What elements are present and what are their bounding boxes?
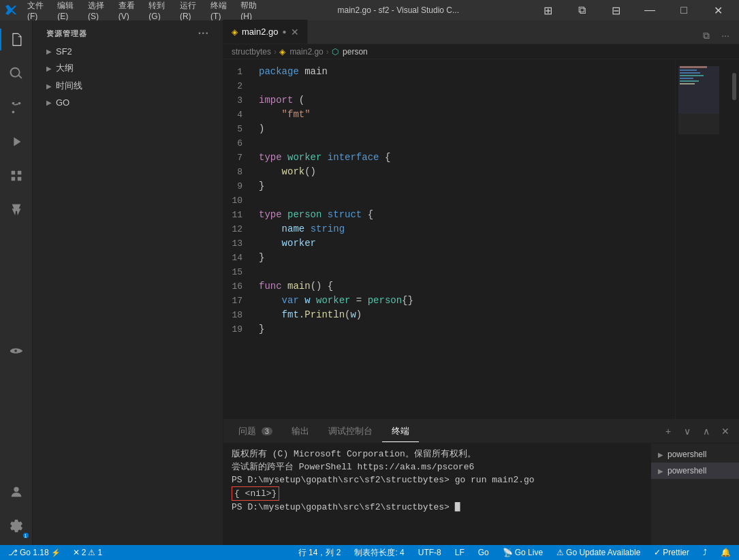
svg-point-3 bbox=[14, 487, 18, 492]
panel-tab-end: + ∨ ∧ ✕ bbox=[660, 423, 734, 439]
layout-icon[interactable]: ⊞ bbox=[532, 0, 563, 20]
panel-tab-problems[interactable]: 问题 3 bbox=[229, 421, 282, 442]
prettier-status[interactable]: ✓ Prettier bbox=[651, 548, 692, 557]
terminal-dropdown-button[interactable]: ∨ bbox=[679, 423, 695, 439]
chevron-right-icon: ▶ bbox=[46, 82, 52, 90]
title-bar: 文件(F) 编辑(E) 选择(S) 查看(V) 转到(G) 运行(R) 终端(T… bbox=[0, 0, 739, 20]
panel-tab-terminal[interactable]: 终端 bbox=[382, 421, 419, 442]
sidebar-item-go-label: GO bbox=[56, 97, 69, 108]
bell-icon: 🔔 bbox=[721, 548, 731, 557]
run-debug-icon[interactable] bbox=[0, 125, 33, 158]
more-actions-button[interactable]: ··· bbox=[717, 27, 734, 44]
line-ending-status[interactable]: LF bbox=[452, 548, 467, 557]
grid-icon[interactable]: ⊟ bbox=[600, 0, 631, 20]
line-number-2: 2 bbox=[229, 79, 242, 93]
settings-icon[interactable]: 1 bbox=[0, 510, 33, 542]
sidebar-item-timeline[interactable]: ▶ 时间线 bbox=[33, 77, 223, 95]
terminal-item-2[interactable]: ▶ powershell bbox=[651, 463, 739, 479]
go-update-status[interactable]: ⚠ Go Update Available bbox=[554, 548, 643, 557]
maximize-panel-button[interactable]: ∧ bbox=[698, 423, 714, 439]
source-control-icon[interactable] bbox=[0, 91, 33, 124]
code-line-5: ) bbox=[259, 122, 675, 136]
close-button[interactable]: ✕ bbox=[702, 0, 734, 20]
code-line-19: } bbox=[259, 322, 675, 337]
terminal-item-1[interactable]: ▶ powershell bbox=[651, 446, 739, 463]
extensions-icon[interactable] bbox=[0, 159, 33, 192]
terminal-line: PS D:\mysetup\gopath\src\sf2\structbytes… bbox=[232, 473, 642, 486]
warning-icon: ⚠ bbox=[88, 548, 95, 557]
code-line-13: worker bbox=[259, 236, 675, 251]
search-icon[interactable] bbox=[0, 57, 33, 90]
code-line-16: func main() { bbox=[259, 279, 675, 294]
maximize-button[interactable]: □ bbox=[668, 0, 699, 20]
encoding-status[interactable]: UTF-8 bbox=[415, 548, 444, 557]
menu-help[interactable]: 帮助(H) bbox=[235, 0, 264, 22]
tab-end-buttons: ⧉ ··· bbox=[698, 27, 739, 44]
minimap bbox=[675, 59, 729, 419]
code-content[interactable]: package main import ( "fmt") type worker… bbox=[251, 59, 675, 419]
code-line-6 bbox=[259, 136, 675, 151]
menu-bar: 文件(F) 编辑(E) 选择(S) 查看(V) 转到(G) 运行(R) 终端(T… bbox=[22, 0, 265, 22]
sidebar-item-sf2[interactable]: ▶ SF2 bbox=[33, 44, 223, 59]
editor-tab-main2go[interactable]: ◈ main2.go ● ✕ bbox=[223, 20, 308, 44]
split-icon[interactable]: ⧉ bbox=[566, 0, 597, 20]
line-number-6: 6 bbox=[229, 136, 242, 151]
line-number-12: 12 bbox=[229, 222, 242, 236]
breadcrumb-symbol[interactable]: ⬡ person bbox=[332, 47, 368, 57]
svg-point-0 bbox=[12, 102, 14, 105]
split-editor-button[interactable]: ⧉ bbox=[698, 27, 714, 44]
title-bar-left: 文件(F) 编辑(E) 选择(S) 查看(V) 转到(G) 运行(R) 终端(T… bbox=[5, 0, 265, 22]
scrollbar-thumb[interactable] bbox=[732, 73, 736, 100]
menu-edit[interactable]: 编辑(E) bbox=[52, 0, 81, 22]
menu-run[interactable]: 运行(R) bbox=[174, 0, 204, 22]
code-line-15 bbox=[259, 265, 675, 279]
chevron-right-icon: ▶ bbox=[46, 65, 52, 72]
docker-icon[interactable] bbox=[0, 335, 33, 367]
editor-terminal-split: 12345678910111213141516171819 package ma… bbox=[223, 59, 739, 545]
code-line-14: } bbox=[259, 251, 675, 265]
bell-icon-status[interactable]: 🔔 bbox=[718, 548, 734, 557]
tab-size-status[interactable]: 制表符长度: 4 bbox=[351, 547, 407, 559]
line-col-status[interactable]: 行 14，列 2 bbox=[296, 547, 344, 559]
menu-goto[interactable]: 转到(G) bbox=[143, 0, 173, 22]
sidebar-item-timeline-label: 时间线 bbox=[56, 80, 82, 92]
code-editor[interactable]: 12345678910111213141516171819 package ma… bbox=[223, 59, 675, 419]
panel-tab-output[interactable]: 输出 bbox=[282, 421, 319, 442]
terminal-content[interactable]: 版权所有 (C) Microsoft Corporation。保留所有权利。 尝… bbox=[223, 444, 650, 545]
code-line-18: fmt.Println(w) bbox=[259, 308, 675, 322]
explorer-icon[interactable] bbox=[0, 23, 33, 56]
code-line-7: type worker interface { bbox=[259, 151, 675, 165]
menu-selection[interactable]: 选择(S) bbox=[82, 0, 112, 22]
code-area: 12345678910111213141516171819 package ma… bbox=[223, 59, 739, 419]
editor-scrollbar[interactable] bbox=[729, 59, 739, 419]
terminal-nil-line: { <nil>} bbox=[232, 486, 642, 501]
tab-close-button[interactable]: ✕ bbox=[291, 27, 299, 37]
problems-badge: 3 bbox=[262, 427, 272, 435]
language-status[interactable]: Go bbox=[475, 548, 492, 557]
menu-file[interactable]: 文件(F) bbox=[22, 0, 50, 22]
git-branch-status[interactable]: ⎇ Go 1.18 ⚡ bbox=[5, 548, 63, 557]
breadcrumb-file[interactable]: ◈ main2.go bbox=[279, 47, 324, 57]
close-panel-button[interactable]: ✕ bbox=[717, 423, 734, 439]
menu-terminal[interactable]: 终端(T) bbox=[205, 0, 234, 22]
go-file-icon: ◈ bbox=[232, 27, 238, 37]
errors-status[interactable]: ✕ 2 ⚠ 1 bbox=[70, 548, 105, 557]
menu-view[interactable]: 查看(V) bbox=[113, 0, 142, 22]
go-live-status[interactable]: 📡 Go Live bbox=[500, 548, 546, 557]
add-terminal-button[interactable]: + bbox=[660, 423, 676, 439]
code-line-1: package main bbox=[259, 65, 675, 79]
line-numbers: 12345678910111213141516171819 bbox=[223, 59, 251, 419]
sidebar-more-button[interactable]: ··· bbox=[198, 27, 209, 40]
sidebar-item-go[interactable]: ▶ GO bbox=[33, 95, 223, 110]
status-bar: ⎇ Go 1.18 ⚡ ✕ 2 ⚠ 1 行 14，列 2 制表符长度: 4 UT… bbox=[0, 545, 739, 560]
account-icon[interactable] bbox=[0, 476, 33, 508]
breadcrumb-structbytes[interactable]: structbytes bbox=[232, 47, 271, 57]
breadcrumb-sep1: › bbox=[274, 47, 277, 57]
sidebar-item-outline[interactable]: ▶ 大纲 bbox=[33, 59, 223, 77]
panel-tab-debug[interactable]: 调试控制台 bbox=[319, 421, 382, 442]
terminal-prompt-line: PS D:\mysetup\gopath\src\sf2\structbytes… bbox=[232, 501, 642, 514]
breadcrumb: structbytes › ◈ main2.go › ⬡ person bbox=[223, 44, 739, 59]
test-icon[interactable] bbox=[0, 193, 33, 226]
minimize-button[interactable]: — bbox=[634, 0, 665, 20]
notifications-icon-status[interactable]: ⤴ bbox=[700, 548, 710, 557]
